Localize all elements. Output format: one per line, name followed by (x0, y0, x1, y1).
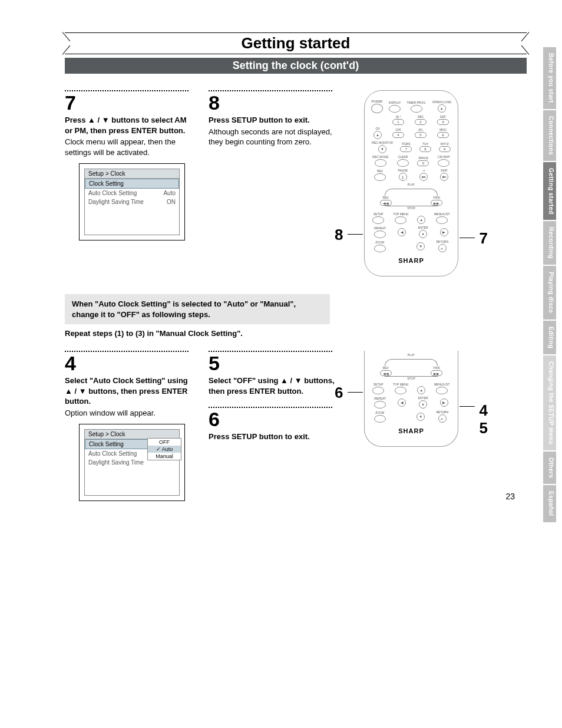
step-8-number: 8 (209, 93, 338, 113)
tab-getting-started[interactable]: Getting started (543, 162, 556, 220)
step-7: 7 Press ▲ / ▼ buttons to select AM or PM… (65, 90, 194, 276)
open-close-button-icon: ▲ (438, 104, 446, 113)
timer-prog-button-icon (411, 105, 422, 113)
tab-recording[interactable]: Recording (543, 221, 556, 265)
step-4-body: Option window will appear. (65, 408, 194, 419)
repeat-instruction: Repeat steps (1) to (3) in "Manual Clock… (65, 329, 527, 338)
page-number: 23 (505, 492, 515, 501)
callout-5: 5 (480, 419, 488, 437)
tab-setup-menu[interactable]: Changing the SETUP menu (543, 355, 556, 450)
step-7-body: Clock menu will appear, then the setting… (65, 137, 194, 157)
callout-6: 6 (335, 384, 343, 402)
osd-clock-menu-2: Setup > Clock Clock Setting Auto Clock S… (79, 424, 185, 501)
step-6-instruction: Press SETUP button to exit. (209, 431, 338, 442)
step-5: 5 Select "OFF" using ▲ / ▼ buttons, then… (209, 351, 338, 396)
step-5-instruction: Select "OFF" using ▲ / ▼ buttons, then p… (209, 375, 338, 396)
osd2-popup: OFF Auto Manual (147, 438, 181, 460)
step-5-number: 5 (209, 353, 338, 373)
side-tabs: Before you start Connections Getting sta… (543, 47, 556, 522)
tab-espanol[interactable]: Español (543, 485, 556, 522)
callout-4: 4 (480, 401, 488, 420)
section-title: Setting the clock (cont'd) (65, 58, 527, 74)
step-4-instruction: Select "Auto Clock Setting" using ▲ / ▼ … (65, 375, 194, 407)
remote-control-illustration-lower: PLAY REV◀◀ FWD▶▶ STOP SETUP TOP MENU ▲ M… (364, 351, 458, 447)
tab-before-you-start[interactable]: Before you start (543, 47, 556, 109)
step-7-instruction: Press ▲ / ▼ buttons to select AM or PM, … (65, 115, 194, 136)
tab-others[interactable]: Others (543, 452, 556, 484)
tab-playing-discs[interactable]: Playing discs (543, 266, 556, 319)
osd1-row-auto-clock: Auto Clock SettingAuto (85, 189, 179, 197)
step-8-body: Although seconds are not displayed, they… (209, 127, 338, 147)
osd-clock-menu-1: Setup > Clock Clock Setting Auto Clock S… (79, 163, 185, 241)
step-6-number: 6 (209, 409, 338, 429)
step-4: 4 Select "Auto Clock Setting" using ▲ / … (65, 351, 194, 501)
step-7-number: 7 (65, 93, 194, 113)
osd1-row-clock-setting: Clock Setting (85, 179, 179, 189)
chapter-banner: Getting started (65, 32, 527, 54)
step-8-instruction: Press SETUP button to exit. (209, 115, 338, 126)
step-8: 8 Press SETUP button to exit. Although s… (209, 90, 338, 276)
osd1-row-dst: Daylight Saving TimeON (85, 197, 179, 206)
enter-button-icon: ● (419, 230, 427, 238)
note-box: When "Auto Clock Setting" is selected to… (65, 294, 330, 324)
down-arrow-icon: ▼ (416, 242, 425, 251)
callout-7: 7 (480, 229, 488, 248)
callout-8: 8 (335, 226, 343, 244)
step-4-number: 4 (65, 353, 194, 373)
setup-button-icon (372, 387, 384, 394)
chapter-title: Getting started (242, 34, 351, 52)
remote-control-illustration: POWER DISPLAY TIMER PROG. OPEN/CLOSE▲ @.… (364, 90, 458, 276)
tab-editing[interactable]: Editing (543, 321, 556, 354)
power-button-icon (371, 104, 383, 113)
osd1-title: Setup > Clock (85, 169, 179, 179)
remote-diagram-lower: 6 4 5 PLAY REV◀◀ FWD▶▶ STOP SETUP TOP ME… (352, 351, 470, 501)
remote-diagram-upper: 8 7 POWER DISPLAY TIMER PROG. OPEN/CLOSE… (352, 90, 470, 276)
setup-button-icon (372, 216, 384, 224)
step-6: 6 Press SETUP button to exit. (209, 407, 338, 442)
remote-brand: SHARP (368, 257, 454, 264)
display-button-icon (389, 105, 401, 113)
remote-brand-lower: SHARP (368, 427, 454, 434)
tab-connections[interactable]: Connections (543, 110, 556, 161)
up-arrow-icon: ▲ (417, 216, 425, 224)
return-button-icon: ↵ (438, 244, 447, 252)
